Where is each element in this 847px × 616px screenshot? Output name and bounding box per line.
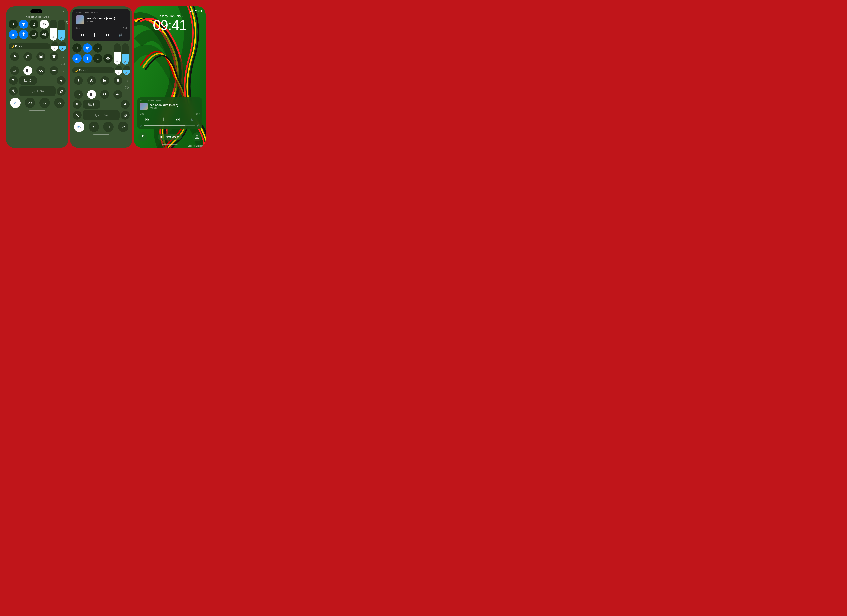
camera-btn-2[interactable]	[114, 76, 122, 85]
music-progress-bar-2[interactable]	[75, 26, 127, 26]
screen-mirror-toggle-2[interactable]	[93, 54, 102, 63]
wifi-toggle[interactable]	[19, 19, 28, 29]
notif-dot	[160, 136, 162, 138]
brightness-slider[interactable]: ☀	[50, 19, 57, 41]
icon-row-4: Type to Siri	[9, 86, 66, 96]
svg-point-18	[60, 90, 62, 92]
focus-filter-btn[interactable]	[9, 87, 18, 96]
record-btn-2[interactable]	[121, 100, 130, 109]
lock-volume-row: 🔈 🔊	[140, 124, 199, 127]
svg-rect-5	[32, 33, 36, 35]
lock-flashlight-btn[interactable]	[138, 132, 147, 141]
icon-row-2-2: AA ⌂	[72, 90, 130, 99]
brightness-mini-2[interactable]: ☀	[115, 66, 122, 75]
focus-label-2: Focus	[79, 69, 86, 72]
flashlight-btn-2[interactable]	[74, 76, 83, 85]
record-btn[interactable]	[57, 76, 66, 85]
toggle-row-1: ✈	[9, 19, 49, 29]
camera-btn[interactable]	[50, 52, 58, 61]
lock-forward-btn[interactable]: ⏭	[176, 117, 180, 122]
text-size-btn[interactable]: AA	[37, 66, 45, 75]
check-sounds-btn-2[interactable]: ✓♪	[103, 122, 114, 132]
sleep-sounds-btn-2[interactable]: 💤♪	[74, 122, 84, 132]
svg-rect-11	[13, 70, 16, 71]
globe-toggle[interactable]	[40, 30, 49, 39]
flashlight-btn[interactable]	[10, 52, 19, 61]
focus-filter-btn-2[interactable]	[73, 111, 81, 119]
top-controls-area: ✈	[9, 19, 66, 41]
svg-rect-24	[96, 57, 99, 59]
brightness-slider-2[interactable]: ☀	[114, 43, 121, 65]
ring-btn-2[interactable]	[121, 111, 130, 119]
svg-rect-22	[77, 58, 77, 60]
music-pause-btn-2[interactable]: ⏸	[92, 32, 98, 38]
volume-slider[interactable]: 🔉	[58, 19, 65, 41]
battery-btn[interactable]	[10, 66, 19, 75]
display-btn-2[interactable]	[87, 90, 96, 99]
calculator-btn-2[interactable]	[100, 76, 109, 85]
airplane-toggle[interactable]: ✈	[9, 19, 18, 29]
volume-mini-slider[interactable]: 🔉	[59, 42, 66, 51]
screen-mirror-toggle[interactable]	[29, 30, 38, 39]
lock-volume-bar[interactable]	[144, 125, 195, 125]
lock-camera-btn[interactable]	[192, 132, 202, 141]
wifi-toggle-2[interactable]	[83, 43, 92, 53]
globe-toggle-2[interactable]	[103, 54, 113, 63]
calculator-btn[interactable]	[37, 52, 45, 61]
music-ambient-btn-2[interactable]	[73, 100, 81, 109]
music-speaker-icon-2[interactable]: 🔊	[119, 33, 122, 37]
lock-speaker-icon[interactable]: 🔈	[190, 118, 195, 121]
mute-toggle[interactable]	[40, 19, 49, 29]
sunrise-sounds-btn-2[interactable]: ☀♪	[89, 122, 99, 132]
timer-btn[interactable]	[23, 52, 32, 61]
volume-slider-2[interactable]: 🔉	[122, 43, 128, 65]
lock-toggle-2[interactable]	[93, 43, 102, 53]
sound-recognition-btn-2[interactable]	[114, 90, 122, 99]
bluetooth-toggle[interactable]	[19, 30, 28, 39]
text-size-btn-2[interactable]: AA	[100, 90, 109, 99]
cellular-toggle-2[interactable]	[72, 54, 81, 63]
focus-button-2[interactable]: 🌙 Focus ⌃	[72, 67, 114, 73]
sleep-sounds-btn[interactable]: 💤♪	[10, 98, 21, 108]
display-btn[interactable]	[23, 66, 32, 75]
svg-point-17	[60, 90, 63, 93]
airplane-toggle-2[interactable]: ✈	[72, 43, 81, 53]
svg-point-35	[93, 103, 94, 105]
bluetooth-toggle-2[interactable]	[83, 54, 92, 63]
volume-mini-2[interactable]: 🔉	[123, 66, 130, 75]
dynamic-island-1	[30, 9, 42, 13]
focus-row-2: 🌙 Focus ⌃ ☀ 🔉	[72, 66, 130, 75]
heart-sounds-btn[interactable]: ♡♪	[54, 98, 65, 108]
lock-controls: ⏮ ⏸ ⏭ 🔈	[140, 116, 199, 123]
lock-rewind-btn[interactable]: ⏮	[145, 117, 149, 122]
music-rewind-btn-2[interactable]: ⏮	[80, 32, 84, 37]
wireless-row-2: ((·))	[72, 86, 130, 89]
battery-btn-2[interactable]	[74, 90, 83, 99]
lock-music-source: iPhone → System Capture	[140, 100, 199, 102]
svg-rect-19	[97, 48, 99, 49]
music-forward-btn-2[interactable]: ⏭	[106, 32, 111, 37]
type-to-siri-btn-1[interactable]: Type to Siri	[19, 86, 56, 96]
type-to-siri-btn-2[interactable]: Type to Siri	[83, 110, 120, 120]
sunrise-sounds-btn[interactable]: ☀♪	[25, 98, 35, 108]
svg-point-29	[117, 80, 118, 81]
sound-recognition-btn[interactable]	[50, 66, 58, 75]
brightness-mini-slider[interactable]: ☀	[51, 42, 58, 51]
keyboard-dictation-btn[interactable]	[19, 76, 37, 85]
music-ambient-btn[interactable]	[9, 76, 18, 85]
ring-btn[interactable]	[57, 87, 66, 96]
lock-pause-btn[interactable]: ⏸	[160, 116, 165, 123]
lock-progress-bar[interactable]	[140, 112, 199, 112]
lock-content: Tuesday, January 9 09:41 iPhone → System…	[134, 6, 205, 148]
heart-sounds-btn-2[interactable]: ♡♪	[118, 122, 128, 132]
top-controls-area-2: ✈	[72, 43, 130, 65]
keyboard-dictation-btn-2[interactable]	[83, 100, 100, 109]
timer-btn-2[interactable]	[87, 76, 96, 85]
brightness-icon-2: ☀	[114, 60, 121, 63]
check-sounds-btn[interactable]: ✓♪	[40, 98, 50, 108]
notifications-pill[interactable]: 21 Notifications	[158, 134, 182, 140]
cellular-toggle[interactable]	[9, 30, 18, 39]
focus-button[interactable]: 🌙 Focus ⌃	[9, 43, 50, 49]
bottom-icons-row: 💤♪ ☀♪ ✓♪ ♡♪	[9, 98, 66, 108]
lock-rotate-toggle[interactable]	[29, 19, 38, 29]
